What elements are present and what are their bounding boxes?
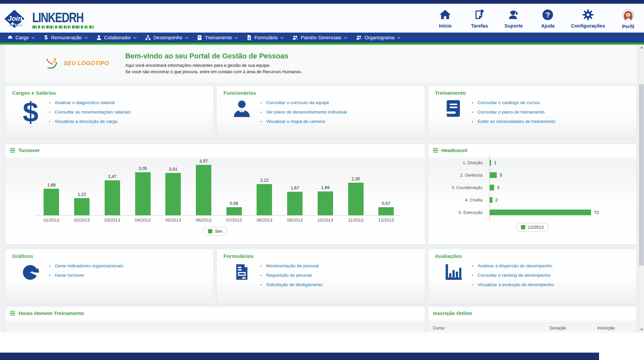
document-icon [246, 35, 252, 41]
menu-cargo[interactable]: Cargo [3, 33, 39, 43]
turnover-bar [165, 173, 181, 215]
month-link[interactable]: Jan [142, 332, 149, 332]
menu-label: Treinamento [205, 35, 232, 40]
card-treinamento: Treinamento Consultar o catálogo de curs… [428, 86, 637, 139]
link-indicadores-organizacionais[interactable]: Gerar indicadores organizacionais [55, 263, 123, 268]
card-avaliacoes: Avaliações Analisar a dispersão do desem… [428, 249, 637, 305]
headcount-legend[interactable]: 12/2013 [516, 223, 548, 231]
month-link[interactable]: Ago [218, 332, 227, 332]
chart-menu-icon[interactable] [10, 311, 15, 316]
book-icon [435, 96, 472, 118]
turnover-bar [44, 189, 59, 215]
headcount-row: 1. Direção1 [433, 156, 632, 169]
turnover-bar-group: 1,67 [280, 185, 310, 215]
turnover-bar [378, 207, 394, 215]
link-pdi[interactable]: Ver plano de desenvolvimento individual [266, 109, 347, 115]
month-link[interactable]: Mar [164, 332, 172, 332]
inscricao-online-panel: Inscrição Online Curso Duração Inscrição [428, 307, 637, 332]
x-axis-tick-label: 12/2013 [371, 218, 401, 223]
menu-paineis-gerenciais[interactable]: Painéis Gerenciais [287, 33, 351, 43]
link-necessidades-treinamento[interactable]: Exibir as necessidades de treinamento [478, 119, 555, 124]
support-icon [507, 9, 520, 22]
bar-value-label: 3,01 [169, 167, 177, 172]
headcount-bar [490, 210, 591, 215]
link-curriculo-equipe[interactable]: Consultar o currículo da equipe [266, 100, 329, 105]
chevron-down-icon [344, 35, 347, 39]
chart-menu-icon[interactable] [433, 148, 438, 153]
month-link[interactable]: Fev [153, 332, 160, 332]
quick-nav-perfil[interactable]: Perfil [617, 9, 639, 29]
book-icon [197, 35, 203, 41]
home-icon [439, 9, 451, 22]
month-link[interactable]: Mai [186, 332, 194, 332]
turnover-bar-group: 3,01 [158, 167, 188, 215]
headcount-value-label: 72 [594, 210, 599, 215]
menu-organograma[interactable]: Organograma [351, 33, 404, 43]
month-filter-links: JanFevMarAbrMaiJunJulAgoSetOutNovDezTodo… [10, 332, 420, 332]
month-link[interactable]: Jun [197, 332, 205, 332]
card-cargos-e-salarios: Cargos e Salários $ Analisar o diagnósti… [5, 86, 214, 139]
headcount-row: 3. Coordenação3 [433, 181, 632, 194]
menu-label: Colaborador [104, 35, 131, 40]
scrollbar-thumb[interactable] [639, 84, 644, 266]
chevron-down-icon [234, 35, 238, 39]
month-link[interactable]: Jul [209, 332, 215, 332]
month-link[interactable]: Set [231, 332, 238, 332]
month-link[interactable]: Nov [252, 332, 261, 332]
legend-swatch [208, 229, 212, 233]
column-curso: Curso [433, 325, 550, 330]
helmet-icon [7, 35, 13, 41]
chevron-down-icon [84, 35, 88, 39]
chevron-down-icon [280, 35, 283, 39]
quick-nav-label: Tarefas [471, 23, 488, 29]
link-movimentacao-pessoal[interactable]: Movimentação de pessoal [266, 263, 319, 268]
link-dispersao-desempenho[interactable]: Analisar a dispersão do desempenho [478, 263, 552, 268]
chart-menu-icon[interactable] [10, 148, 15, 153]
menu-remuneracao[interactable]: $ Remuneração [39, 33, 92, 43]
link-gerar-turnover[interactable]: Gerar turnover [55, 273, 84, 278]
x-axis-tick-label: 02/2013 [67, 218, 97, 223]
turnover-legend[interactable]: Sim [203, 227, 227, 235]
quick-nav-ajuda[interactable]: ? Ajuda [537, 9, 559, 29]
link-descricao-de-cargo[interactable]: Visualizar a descrição de cargo [55, 119, 117, 124]
app-header: Join RH LINKEDRH Início [0, 4, 644, 33]
month-link-all[interactable]: Todos [276, 332, 289, 332]
menu-treinamento[interactable]: Treinamento [192, 33, 242, 43]
month-link[interactable]: Dez [264, 332, 272, 332]
card-title: Gráficos [12, 253, 207, 259]
headcount-axis-line [489, 154, 490, 221]
hr-portal-page: Join RH LINKEDRH Início [0, 0, 644, 360]
joinrh-logo-icon: Join RH [3, 9, 25, 30]
turnover-bar [257, 184, 272, 215]
turnover-bar [74, 198, 90, 215]
link-solicitacao-desligamento[interactable]: Solicitação de desligamento [266, 282, 322, 287]
link-catalogo-cursos[interactable]: Consultar o catálogo de cursos [478, 100, 540, 105]
quick-nav-inicio[interactable]: Início [434, 9, 456, 29]
x-axis-tick-label: 06/2013 [189, 218, 218, 223]
quick-nav-tarefas[interactable]: Tarefas [468, 9, 490, 29]
settings-icon [582, 9, 594, 22]
menu-formulario[interactable]: Formulário [242, 33, 287, 43]
quick-nav-configuracoes[interactable]: Configurações [571, 9, 605, 29]
link-mapa-carreira[interactable]: Visualizar o mapa de carreira [266, 119, 325, 124]
scroll-down-button[interactable] [639, 327, 644, 332]
x-axis-tick-label: 07/2013 [219, 218, 249, 223]
link-requisicao-pessoal[interactable]: Requisição de pessoal [266, 273, 312, 278]
headcount-bar [490, 185, 494, 190]
month-link[interactable]: Abr [175, 332, 183, 332]
link-ranking-desempenho[interactable]: Consultar o ranking de desempenho [478, 273, 551, 278]
link-diagnostico-salarial[interactable]: Analisar o diagnóstico salarial [55, 100, 115, 105]
quick-nav-suporte[interactable]: Suporte [502, 9, 525, 29]
link-evolucao-desempenho[interactable]: Visualizar a evolução do desempenho [478, 282, 554, 287]
menu-colaborador[interactable]: Colaborador [92, 33, 141, 43]
svg-text:?: ? [546, 10, 550, 19]
content-viewport: SEU LOGOTIPO Bem-vindo ao seu Portal de … [0, 45, 639, 332]
menu-desempenho[interactable]: Desempenho [141, 33, 192, 43]
legend-label: Sim [215, 229, 222, 234]
scroll-up-button[interactable] [639, 45, 644, 50]
link-movimentacoes-salariais[interactable]: Consultar as movimentações salariais [55, 109, 131, 115]
month-link[interactable]: Out [241, 332, 249, 332]
menu-label: Desempenho [153, 35, 182, 40]
link-plano-treinamento[interactable]: Consultar o plano de treinamento [478, 109, 545, 115]
vertical-scrollbar[interactable] [639, 45, 644, 332]
